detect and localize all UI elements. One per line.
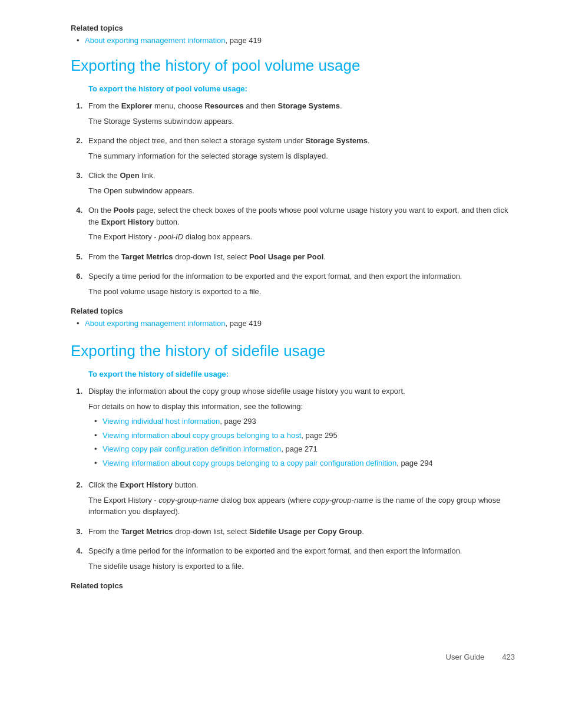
- bullet-3: Viewing copy pair configuration definiti…: [94, 443, 515, 455]
- section1-related-link-item: About exporting management information, …: [77, 319, 515, 328]
- top-related-links: About exporting management information, …: [71, 36, 515, 45]
- s2-step-num-2: 2.: [71, 479, 82, 518]
- section1-subheading: To export the history of pool volume usa…: [71, 84, 515, 93]
- section2-related-topics: Related topics: [71, 581, 515, 590]
- section1-steps: 1. From the Explorer menu, choose Resour…: [71, 100, 515, 297]
- page-footer: User Guide 423: [0, 641, 562, 673]
- section2-step-3: 3. From the Target Metrics drop-down lis…: [71, 526, 515, 538]
- section2-steps: 1. Display the information about the cop…: [71, 386, 515, 572]
- s2-step3-content: From the Target Metrics drop-down list, …: [88, 526, 515, 538]
- related-topics-label-s1: Related topics: [71, 307, 515, 315]
- section1-heading: Exporting the history of pool volume usa…: [71, 57, 515, 75]
- viewing-copy-groups-host-link[interactable]: Viewing information about copy groups be…: [103, 431, 301, 440]
- section1-related-links: About exporting management information, …: [71, 319, 515, 328]
- about-exporting-link-s1[interactable]: About exporting management information: [85, 319, 225, 328]
- bullet-2: Viewing information about copy groups be…: [94, 430, 515, 442]
- s2-step2-subtext: The Export History - copy-group-name dia…: [88, 495, 515, 518]
- step-num-2: 2.: [71, 135, 82, 162]
- s2-step4-subtext: The sidefile usage history is exported t…: [88, 561, 515, 572]
- s2-step-num-4: 4.: [71, 545, 82, 572]
- bullet-1: Viewing individual host information, pag…: [94, 416, 515, 427]
- step4-content: On the Pools page, select the check boxe…: [88, 205, 515, 243]
- step1-subtext: The Storage Systems subwindow appears.: [88, 116, 515, 127]
- step-num-1: 1.: [71, 100, 82, 127]
- section2-heading: Exporting the history of sidefile usage: [71, 342, 515, 360]
- top-related-link-item: About exporting management information, …: [77, 36, 515, 45]
- section1-step-5: 5. From the Target Metrics drop-down lis…: [71, 251, 515, 263]
- s2-step4-content: Specify a time period for the informatio…: [88, 545, 515, 572]
- section1-step-2: 2. Expand the object tree, and then sele…: [71, 135, 515, 162]
- step6-subtext: The pool volume usage history is exporte…: [88, 286, 515, 298]
- related-link2-page: , page 419: [225, 319, 261, 328]
- s2-step1-bullets: Viewing individual host information, pag…: [88, 416, 515, 469]
- related-topics-label-s2: Related topics: [71, 581, 515, 590]
- s2-step-num-1: 1.: [71, 386, 82, 471]
- step-num-5: 5.: [71, 251, 82, 263]
- step2-content: Expand the object tree, and then select …: [88, 135, 515, 162]
- section1-step-4: 4. On the Pools page, select the check b…: [71, 205, 515, 243]
- bullet-4: Viewing information about copy groups be…: [94, 457, 515, 469]
- s2-step-num-3: 3.: [71, 526, 82, 538]
- top-related-topics: Related topics About exporting managemen…: [71, 24, 515, 45]
- section2-step-4: 4. Specify a time period for the informa…: [71, 545, 515, 572]
- section2-subheading: To export the history of sidefile usage:: [71, 370, 515, 378]
- section2-step-1: 1. Display the information about the cop…: [71, 386, 515, 471]
- step6-content: Specify a time period for the informatio…: [88, 271, 515, 297]
- related-topics-label-top: Related topics: [71, 24, 515, 32]
- section2-step-2: 2. Click the Export History button. The …: [71, 479, 515, 518]
- step-num-3: 3.: [71, 170, 82, 196]
- footer-page-number: 423: [502, 653, 515, 661]
- step3-subtext: The Open subwindow appears.: [88, 185, 515, 197]
- about-exporting-link-top[interactable]: About exporting management information: [85, 36, 225, 45]
- step3-content: Click the Open link. The Open subwindow …: [88, 170, 515, 196]
- related-link-page-top: , page 419: [225, 36, 261, 45]
- section1-step-3: 3. Click the Open link. The Open subwind…: [71, 170, 515, 196]
- step1-content: From the Explorer menu, choose Resources…: [88, 100, 515, 127]
- s2-step1-content: Display the information about the copy g…: [88, 386, 515, 471]
- viewing-individual-host-link[interactable]: Viewing individual host information: [103, 417, 220, 426]
- footer-user-guide: User Guide: [446, 653, 485, 661]
- step-num-6: 6.: [71, 271, 82, 297]
- section1-step-1: 1. From the Explorer menu, choose Resour…: [71, 100, 515, 127]
- step-num-4: 4.: [71, 205, 82, 243]
- step4-subtext: The Export History - pool-ID dialog box …: [88, 231, 515, 243]
- s2-step1-subtext: For details on how to display this infor…: [88, 401, 515, 413]
- section1-related-topics: Related topics About exporting managemen…: [71, 307, 515, 328]
- step2-subtext: The summary information for the selected…: [88, 150, 515, 162]
- step5-content: From the Target Metrics drop-down list, …: [88, 251, 515, 263]
- section1-step-6: 6. Specify a time period for the informa…: [71, 271, 515, 297]
- s2-step2-content: Click the Export History button. The Exp…: [88, 479, 515, 518]
- viewing-copy-groups-config-link[interactable]: Viewing information about copy groups be…: [103, 459, 396, 467]
- viewing-copy-pair-link[interactable]: Viewing copy pair configuration definiti…: [103, 444, 281, 453]
- page-container: Related topics About exporting managemen…: [0, 0, 562, 617]
